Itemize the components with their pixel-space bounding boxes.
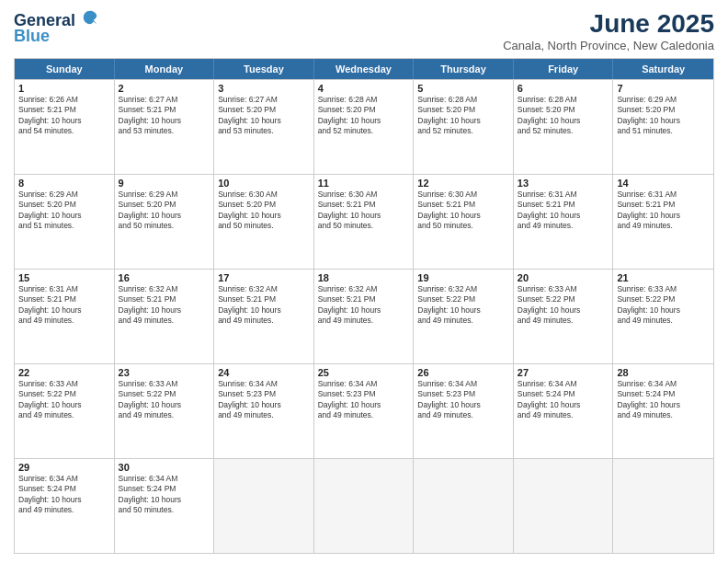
day-number: 13 <box>518 178 609 189</box>
calendar-day-26: 26Sunrise: 6:34 AMSunset: 5:23 PMDayligh… <box>414 364 514 458</box>
calendar-empty-cell <box>514 459 614 553</box>
day-number: 11 <box>318 178 410 189</box>
day-number: 28 <box>617 367 710 378</box>
weekday-header-monday: Monday <box>115 59 215 79</box>
day-number: 24 <box>218 367 310 378</box>
day-info: Sunrise: 6:33 AMSunset: 5:22 PMDaylight:… <box>18 379 110 421</box>
calendar-day-17: 17Sunrise: 6:32 AMSunset: 5:21 PMDayligh… <box>214 270 314 363</box>
day-number: 18 <box>318 272 410 283</box>
calendar-day-27: 27Sunrise: 6:34 AMSunset: 5:24 PMDayligh… <box>514 364 614 458</box>
calendar-day-28: 28Sunrise: 6:34 AMSunset: 5:24 PMDayligh… <box>613 364 713 458</box>
weekday-header-thursday: Thursday <box>414 59 514 79</box>
day-info: Sunrise: 6:34 AMSunset: 5:23 PMDaylight:… <box>218 379 310 421</box>
calendar-header: SundayMondayTuesdayWednesdayThursdayFrid… <box>15 59 713 79</box>
calendar-day-3: 3Sunrise: 6:27 AMSunset: 5:20 PMDaylight… <box>214 80 314 174</box>
day-info: Sunrise: 6:28 AMSunset: 5:20 PMDaylight:… <box>318 95 410 137</box>
day-number: 5 <box>417 83 509 94</box>
day-number: 3 <box>218 83 310 94</box>
day-info: Sunrise: 6:31 AMSunset: 5:21 PMDaylight:… <box>18 284 110 327</box>
day-info: Sunrise: 6:33 AMSunset: 5:22 PMDaylight:… <box>119 379 210 421</box>
day-number: 4 <box>318 83 410 94</box>
calendar-day-12: 12Sunrise: 6:30 AMSunset: 5:21 PMDayligh… <box>414 175 514 269</box>
day-number: 22 <box>18 367 110 378</box>
calendar-day-19: 19Sunrise: 6:32 AMSunset: 5:22 PMDayligh… <box>414 270 514 363</box>
day-info: Sunrise: 6:31 AMSunset: 5:21 PMDaylight:… <box>518 190 609 232</box>
calendar-row-4: 22Sunrise: 6:33 AMSunset: 5:22 PMDayligh… <box>15 363 713 458</box>
logo: General Blue <box>14 9 98 46</box>
calendar-day-1: 1Sunrise: 6:26 AMSunset: 5:21 PMDaylight… <box>15 80 115 174</box>
day-number: 7 <box>617 83 710 94</box>
day-info: Sunrise: 6:30 AMSunset: 5:21 PMDaylight:… <box>318 190 410 232</box>
calendar-row-5: 29Sunrise: 6:34 AMSunset: 5:24 PMDayligh… <box>15 458 713 553</box>
calendar-empty-cell <box>613 459 713 553</box>
day-info: Sunrise: 6:32 AMSunset: 5:21 PMDaylight:… <box>318 284 410 327</box>
day-number: 27 <box>518 367 609 378</box>
day-number: 1 <box>18 83 110 94</box>
day-info: Sunrise: 6:29 AMSunset: 5:20 PMDaylight:… <box>617 95 710 137</box>
day-info: Sunrise: 6:31 AMSunset: 5:21 PMDaylight:… <box>617 190 710 232</box>
day-info: Sunrise: 6:29 AMSunset: 5:20 PMDaylight:… <box>119 190 210 232</box>
calendar-day-6: 6Sunrise: 6:28 AMSunset: 5:20 PMDaylight… <box>514 80 614 174</box>
calendar-day-15: 15Sunrise: 6:31 AMSunset: 5:21 PMDayligh… <box>15 270 115 363</box>
day-info: Sunrise: 6:27 AMSunset: 5:20 PMDaylight:… <box>218 95 310 137</box>
day-number: 17 <box>218 272 310 283</box>
day-info: Sunrise: 6:28 AMSunset: 5:20 PMDaylight:… <box>518 95 609 137</box>
calendar: SundayMondayTuesdayWednesdayThursdayFrid… <box>14 58 714 554</box>
calendar-day-22: 22Sunrise: 6:33 AMSunset: 5:22 PMDayligh… <box>15 364 115 458</box>
day-number: 23 <box>119 367 210 378</box>
calendar-day-23: 23Sunrise: 6:33 AMSunset: 5:22 PMDayligh… <box>115 364 215 458</box>
calendar-empty-cell <box>314 459 415 553</box>
header: General Blue June 2025 Canala, North Pro… <box>14 9 714 52</box>
logo-bird-icon <box>82 9 98 26</box>
day-number: 14 <box>617 178 710 189</box>
calendar-empty-cell <box>414 459 514 553</box>
day-info: Sunrise: 6:30 AMSunset: 5:21 PMDaylight:… <box>417 190 509 232</box>
day-info: Sunrise: 6:32 AMSunset: 5:21 PMDaylight:… <box>119 284 210 327</box>
day-number: 2 <box>119 83 210 94</box>
calendar-day-8: 8Sunrise: 6:29 AMSunset: 5:20 PMDaylight… <box>15 175 115 269</box>
calendar-row-1: 1Sunrise: 6:26 AMSunset: 5:21 PMDaylight… <box>15 79 713 174</box>
page: General Blue June 2025 Canala, North Pro… <box>0 0 728 563</box>
day-info: Sunrise: 6:28 AMSunset: 5:20 PMDaylight:… <box>417 95 509 137</box>
day-info: Sunrise: 6:34 AMSunset: 5:24 PMDaylight:… <box>18 474 110 516</box>
day-number: 20 <box>518 272 609 283</box>
calendar-day-13: 13Sunrise: 6:31 AMSunset: 5:21 PMDayligh… <box>514 175 614 269</box>
title-area: June 2025 Canala, North Province, New Ca… <box>503 9 714 52</box>
calendar-day-5: 5Sunrise: 6:28 AMSunset: 5:20 PMDaylight… <box>414 80 514 174</box>
day-info: Sunrise: 6:29 AMSunset: 5:20 PMDaylight:… <box>18 190 110 232</box>
day-number: 16 <box>119 272 210 283</box>
calendar-day-4: 4Sunrise: 6:28 AMSunset: 5:20 PMDaylight… <box>314 80 415 174</box>
day-info: Sunrise: 6:34 AMSunset: 5:23 PMDaylight:… <box>318 379 410 421</box>
day-info: Sunrise: 6:33 AMSunset: 5:22 PMDaylight:… <box>617 284 710 327</box>
day-info: Sunrise: 6:32 AMSunset: 5:22 PMDaylight:… <box>417 284 509 327</box>
day-number: 21 <box>617 272 710 283</box>
calendar-day-11: 11Sunrise: 6:30 AMSunset: 5:21 PMDayligh… <box>314 175 415 269</box>
day-number: 12 <box>417 178 509 189</box>
weekday-header-friday: Friday <box>514 59 614 79</box>
day-info: Sunrise: 6:34 AMSunset: 5:23 PMDaylight:… <box>417 379 509 421</box>
day-info: Sunrise: 6:26 AMSunset: 5:21 PMDaylight:… <box>18 95 110 137</box>
calendar-day-14: 14Sunrise: 6:31 AMSunset: 5:21 PMDayligh… <box>613 175 713 269</box>
day-info: Sunrise: 6:27 AMSunset: 5:21 PMDaylight:… <box>119 95 210 137</box>
day-number: 19 <box>417 272 509 283</box>
month-title: June 2025 <box>503 9 714 39</box>
day-number: 25 <box>318 367 410 378</box>
day-number: 6 <box>518 83 609 94</box>
calendar-row-2: 8Sunrise: 6:29 AMSunset: 5:20 PMDaylight… <box>15 174 713 269</box>
calendar-day-21: 21Sunrise: 6:33 AMSunset: 5:22 PMDayligh… <box>613 270 713 363</box>
weekday-header-wednesday: Wednesday <box>314 59 415 79</box>
calendar-day-2: 2Sunrise: 6:27 AMSunset: 5:21 PMDaylight… <box>115 80 215 174</box>
day-info: Sunrise: 6:34 AMSunset: 5:24 PMDaylight:… <box>617 379 710 421</box>
calendar-day-7: 7Sunrise: 6:29 AMSunset: 5:20 PMDaylight… <box>613 80 713 174</box>
day-number: 10 <box>218 178 310 189</box>
day-number: 29 <box>18 462 110 473</box>
day-info: Sunrise: 6:30 AMSunset: 5:20 PMDaylight:… <box>218 190 310 232</box>
weekday-header-tuesday: Tuesday <box>214 59 314 79</box>
calendar-day-30: 30Sunrise: 6:34 AMSunset: 5:24 PMDayligh… <box>115 459 215 553</box>
calendar-body: 1Sunrise: 6:26 AMSunset: 5:21 PMDaylight… <box>15 79 713 553</box>
day-info: Sunrise: 6:34 AMSunset: 5:24 PMDaylight:… <box>518 379 609 421</box>
calendar-day-24: 24Sunrise: 6:34 AMSunset: 5:23 PMDayligh… <box>214 364 314 458</box>
weekday-header-sunday: Sunday <box>15 59 115 79</box>
calendar-day-20: 20Sunrise: 6:33 AMSunset: 5:22 PMDayligh… <box>514 270 614 363</box>
calendar-day-29: 29Sunrise: 6:34 AMSunset: 5:24 PMDayligh… <box>15 459 115 553</box>
